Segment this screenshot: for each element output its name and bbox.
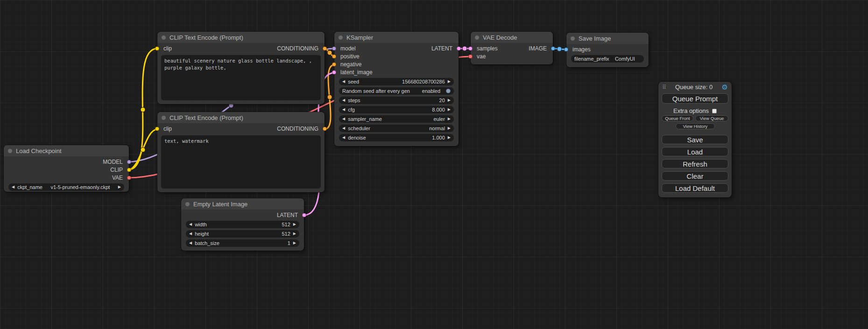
widget-label: width bbox=[195, 222, 207, 227]
node-clip-text-encode-positive[interactable]: CLIP Text Encode (Prompt) clip CONDITION… bbox=[157, 32, 325, 104]
save-image-title-bar[interactable]: Save Image bbox=[566, 33, 649, 44]
slot-row-clip-conditioning: clip CONDITIONING bbox=[157, 44, 325, 52]
steps-widget[interactable]: ◀ steps 20 ▶ bbox=[339, 97, 454, 104]
node-collapse-dot-icon[interactable] bbox=[475, 35, 479, 40]
arrow-right-icon[interactable]: ▶ bbox=[293, 232, 296, 236]
output-slot-clip[interactable] bbox=[127, 168, 131, 172]
settings-gear-icon[interactable]: ⚙ bbox=[722, 84, 728, 91]
node-load-checkpoint[interactable]: Load Checkpoint MODEL CLIP VAE ◀ ckpt_na… bbox=[4, 145, 129, 192]
arrow-left-icon[interactable]: ◀ bbox=[342, 98, 345, 102]
node-collapse-dot-icon[interactable] bbox=[339, 35, 343, 40]
output-label-latent: LATENT bbox=[431, 45, 452, 52]
input-slot-positive[interactable] bbox=[332, 54, 336, 58]
input-slot-negative[interactable] bbox=[332, 62, 336, 66]
arrow-right-icon[interactable]: ▶ bbox=[448, 108, 451, 112]
arrow-right-icon[interactable]: ▶ bbox=[448, 98, 451, 102]
widget-label: steps bbox=[348, 98, 360, 103]
load-button[interactable]: Load bbox=[662, 147, 728, 156]
node-vae-decode[interactable]: VAE Decode samples IMAGE vae bbox=[471, 32, 553, 64]
input-slot-clip[interactable] bbox=[155, 46, 159, 50]
load-default-button[interactable]: Load Default bbox=[662, 183, 728, 193]
queue-front-button[interactable]: Queue Front bbox=[662, 115, 693, 121]
output-slot-latent[interactable] bbox=[302, 213, 306, 217]
view-queue-button[interactable]: View Queue bbox=[695, 115, 728, 121]
extra-options-label: Extra options bbox=[673, 107, 709, 114]
drag-handle-icon[interactable]: ⠿ bbox=[662, 84, 666, 91]
input-slot-samples[interactable] bbox=[468, 46, 473, 50]
denoise-widget[interactable]: ◀ denoise 1.000 ▶ bbox=[339, 134, 454, 141]
node-graph-canvas[interactable]: Load Checkpoint MODEL CLIP VAE ◀ ckpt_na… bbox=[0, 0, 868, 329]
refresh-button[interactable]: Refresh bbox=[662, 159, 728, 168]
extra-options-checkbox[interactable] bbox=[712, 109, 717, 113]
widget-value: 20 bbox=[439, 98, 445, 103]
random-seed-toggle-widget[interactable]: Random seed after every gen enabled bbox=[339, 87, 454, 95]
node-collapse-dot-icon[interactable] bbox=[8, 149, 12, 153]
load-checkpoint-title-bar[interactable]: Load Checkpoint bbox=[4, 145, 129, 156]
arrow-left-icon[interactable]: ◀ bbox=[342, 136, 345, 140]
node-collapse-dot-icon[interactable] bbox=[162, 116, 166, 120]
height-widget[interactable]: ◀ height 512 ▶ bbox=[186, 230, 299, 238]
arrow-left-icon[interactable]: ◀ bbox=[342, 117, 345, 121]
node-empty-latent-image[interactable]: Empty Latent Image LATENT ◀ width 512 ▶ … bbox=[181, 198, 304, 251]
empty-latent-title-bar[interactable]: Empty Latent Image bbox=[181, 198, 304, 210]
output-label-clip: CLIP bbox=[110, 167, 123, 173]
node-clip-text-encode-negative[interactable]: CLIP Text Encode (Prompt) clip CONDITION… bbox=[157, 112, 325, 192]
cfg-widget[interactable]: ◀ cfg 8.000 ▶ bbox=[339, 106, 454, 113]
save-button[interactable]: Save bbox=[662, 135, 728, 144]
filename-prefix-widget[interactable]: filename_prefix ComfyUI bbox=[571, 55, 644, 63]
node-collapse-dot-icon[interactable] bbox=[571, 36, 575, 41]
output-slot-conditioning[interactable] bbox=[323, 46, 327, 50]
prompt-textarea[interactable]: beautiful scenery nature glass bottle la… bbox=[161, 55, 321, 100]
output-slot-latent[interactable] bbox=[457, 46, 461, 50]
vae-decode-title-bar[interactable]: VAE Decode bbox=[471, 32, 553, 43]
arrow-left-icon[interactable]: ◀ bbox=[342, 80, 345, 84]
prompt-textarea[interactable]: text, watermark bbox=[161, 135, 321, 189]
view-history-button[interactable]: View History bbox=[676, 123, 715, 129]
arrow-right-icon[interactable]: ▶ bbox=[118, 185, 121, 189]
output-slot-vae[interactable] bbox=[127, 175, 131, 180]
queue-panel-header: ⠿ Queue size: 0 ⚙ bbox=[658, 82, 732, 92]
arrow-left-icon[interactable]: ◀ bbox=[189, 223, 192, 226]
clip-encode-title-bar[interactable]: CLIP Text Encode (Prompt) bbox=[157, 112, 325, 123]
sampler-name-widget[interactable]: ◀ sampler_name euler ▶ bbox=[339, 115, 454, 123]
input-slot-images[interactable] bbox=[564, 47, 568, 51]
input-slot-vae[interactable] bbox=[468, 54, 473, 58]
clip-encode-title-bar[interactable]: CLIP Text Encode (Prompt) bbox=[157, 32, 325, 43]
seed-widget[interactable]: ◀ seed 156680208700286 ▶ bbox=[339, 78, 454, 85]
arrow-left-icon[interactable]: ◀ bbox=[12, 185, 14, 189]
input-row-vae: vae bbox=[471, 52, 553, 60]
input-slot-latent-image[interactable] bbox=[332, 70, 336, 74]
arrow-right-icon[interactable]: ▶ bbox=[448, 136, 451, 140]
widget-label: scheduler bbox=[348, 126, 370, 131]
arrow-left-icon[interactable]: ◀ bbox=[342, 126, 345, 130]
output-slot-conditioning[interactable] bbox=[323, 126, 327, 131]
slot-area: clip CONDITIONING bbox=[157, 43, 325, 52]
output-slot-model[interactable] bbox=[127, 160, 131, 164]
widget-value: 512 bbox=[282, 222, 290, 227]
node-ksampler[interactable]: KSampler model LATENT positive negative … bbox=[334, 32, 459, 146]
node-collapse-dot-icon[interactable] bbox=[185, 202, 190, 206]
arrow-left-icon[interactable]: ◀ bbox=[189, 241, 192, 245]
output-slot-image[interactable] bbox=[551, 46, 555, 50]
arrow-right-icon[interactable]: ▶ bbox=[448, 80, 451, 84]
queue-prompt-button[interactable]: Queue Prompt bbox=[662, 93, 728, 104]
arrow-right-icon[interactable]: ▶ bbox=[293, 241, 296, 245]
input-label-images: images bbox=[572, 46, 591, 53]
clear-button[interactable]: Clear bbox=[662, 171, 728, 181]
batch-size-widget[interactable]: ◀ batch_size 1 ▶ bbox=[186, 239, 299, 247]
node-collapse-dot-icon[interactable] bbox=[162, 35, 166, 40]
toggle-indicator-icon[interactable] bbox=[446, 89, 451, 93]
width-widget[interactable]: ◀ width 512 ▶ bbox=[186, 221, 299, 228]
input-slot-model[interactable] bbox=[332, 46, 336, 50]
ksampler-title-bar[interactable]: KSampler bbox=[334, 32, 459, 43]
arrow-right-icon[interactable]: ▶ bbox=[293, 223, 296, 226]
arrow-right-icon[interactable]: ▶ bbox=[448, 126, 451, 130]
output-label-vae: VAE bbox=[112, 175, 123, 181]
node-save-image[interactable]: Save Image images filename_prefix ComfyU… bbox=[566, 33, 649, 67]
input-slot-clip[interactable] bbox=[155, 126, 159, 131]
ckpt-name-widget[interactable]: ◀ ckpt_name v1-5-pruned-emaonly.ckpt ▶ bbox=[8, 183, 124, 191]
arrow-right-icon[interactable]: ▶ bbox=[448, 117, 451, 121]
arrow-left-icon[interactable]: ◀ bbox=[189, 232, 192, 236]
arrow-left-icon[interactable]: ◀ bbox=[342, 108, 345, 112]
scheduler-widget[interactable]: ◀ scheduler normal ▶ bbox=[339, 125, 454, 132]
